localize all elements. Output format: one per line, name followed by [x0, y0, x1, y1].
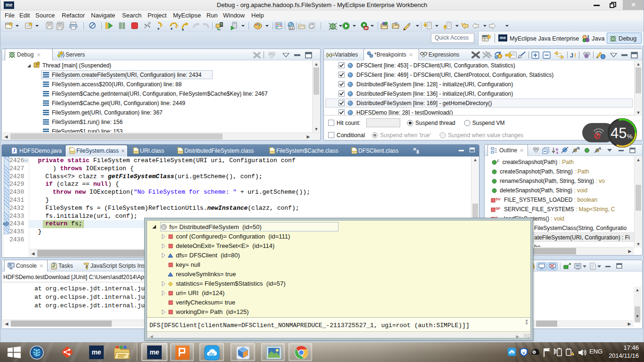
svg-text:J: J [586, 34, 589, 40]
svg-text:45: 45 [611, 125, 627, 141]
svg-text:SF: SF [495, 206, 500, 211]
svg-text:010: 010 [178, 151, 182, 154]
svg-text:%: % [627, 133, 633, 140]
svg-text:SV: SV [495, 197, 501, 201]
svg-text:010: 010 [70, 151, 74, 154]
svg-text:z: z [556, 150, 558, 155]
svg-text:010: 010 [270, 151, 274, 154]
svg-text:J: J [570, 52, 573, 59]
svg-text:!: ! [571, 352, 572, 355]
svg-text:2.0: 2.0 [289, 27, 293, 30]
svg-text:J: J [85, 264, 87, 269]
svg-text:S: S [578, 147, 580, 150]
svg-text:du: du [209, 352, 215, 356]
svg-text:!: ! [574, 52, 576, 59]
svg-text:J: J [13, 148, 16, 153]
svg-text:x=: x= [422, 55, 425, 58]
svg-text:du: du [510, 351, 513, 354]
svg-text:010: 010 [134, 151, 138, 154]
svg-text:L: L [163, 225, 165, 230]
svg-text:010: 010 [352, 151, 356, 154]
